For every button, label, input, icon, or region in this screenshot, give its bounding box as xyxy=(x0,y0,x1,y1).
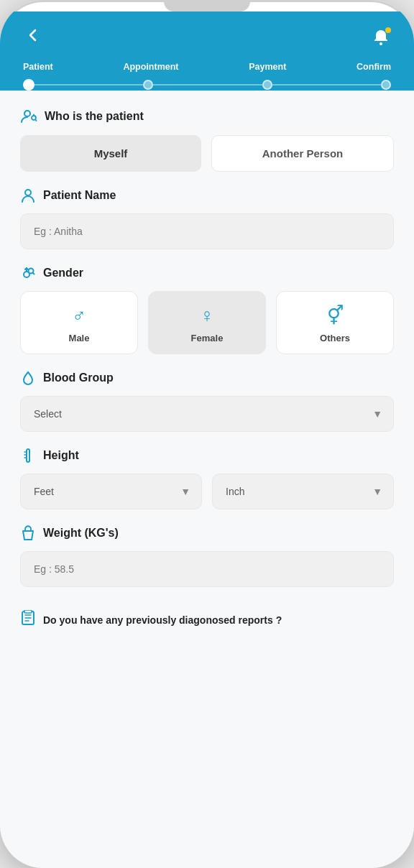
who-is-patient-title: Who is the patient xyxy=(45,110,144,123)
others-label: Others xyxy=(320,333,350,343)
steps-bar: Patient Appointment Payment Confirm xyxy=(20,62,394,91)
header: Patient Appointment Payment Confirm xyxy=(0,11,414,91)
diagnosis-question: Do you have any previously diagonosed re… xyxy=(43,614,282,626)
blood-group-select[interactable]: Select A+ A- B+ B- AB+ AB- O+ O- xyxy=(20,396,394,432)
step-confirm-label: Confirm xyxy=(356,62,391,72)
blood-group-section: Blood Group Select A+ A- B+ B- AB+ AB- O… xyxy=(20,370,394,432)
feet-select-wrapper: Feet 4567 ▼ xyxy=(20,474,202,509)
step-dot-1 xyxy=(23,79,34,91)
svg-point-5 xyxy=(25,190,31,195)
height-section: Height Feet 4567 ▼ Inch 0123 4567 891011 xyxy=(20,448,394,509)
steps-labels: Patient Appointment Payment Confirm xyxy=(23,62,391,76)
svg-point-0 xyxy=(380,42,382,45)
phone-notch xyxy=(164,0,250,11)
who-is-patient-section: Who is the patient Myself Another Person xyxy=(20,108,394,172)
gender-title-row: Gender xyxy=(20,265,394,281)
blood-drop-icon xyxy=(20,370,36,386)
gender-options: ♂ Male ♀ Female ⚥ Others xyxy=(20,291,394,354)
gender-female-button[interactable]: ♀ Female xyxy=(148,291,266,354)
svg-rect-18 xyxy=(24,610,32,613)
blood-group-select-wrapper: Select A+ A- B+ B- AB+ AB- O+ O- ▼ xyxy=(20,396,394,432)
bell-notification-dot xyxy=(385,27,391,33)
patient-options: Myself Another Person xyxy=(20,135,394,172)
weight-title: Weight (KG's) xyxy=(43,527,119,540)
patient-name-input[interactable] xyxy=(20,213,394,249)
step-dot-2 xyxy=(143,80,153,90)
phone-frame: Patient Appointment Payment Confirm xyxy=(0,0,414,868)
step-line-3 xyxy=(272,84,381,86)
patient-name-title: Patient Name xyxy=(43,189,116,202)
weight-section: Weight (KG's) xyxy=(20,525,394,587)
blood-group-title: Blood Group xyxy=(43,371,114,384)
svg-rect-10 xyxy=(27,449,29,462)
back-arrow-icon xyxy=(25,27,41,47)
svg-line-4 xyxy=(36,120,37,121)
svg-line-9 xyxy=(33,273,34,274)
steps-dots xyxy=(23,79,391,91)
gender-others-button[interactable]: ⚥ Others xyxy=(276,291,394,354)
patient-icon xyxy=(20,108,37,125)
back-button[interactable] xyxy=(20,24,46,50)
gender-icon xyxy=(20,265,36,281)
weight-input[interactable] xyxy=(20,551,394,587)
height-inputs-row: Feet 4567 ▼ Inch 0123 4567 891011 ▼ xyxy=(20,474,394,509)
myself-button[interactable]: Myself xyxy=(20,135,201,172)
others-icon: ⚥ xyxy=(327,305,344,327)
height-title-row: Height xyxy=(20,448,394,463)
step-line-1 xyxy=(34,84,143,86)
weight-icon xyxy=(20,525,36,541)
feet-select[interactable]: Feet 4567 xyxy=(20,474,202,509)
step-dot-4 xyxy=(381,80,391,90)
svg-point-1 xyxy=(24,111,30,116)
female-icon: ♀ xyxy=(200,305,214,327)
bell-button[interactable] xyxy=(368,24,394,50)
male-icon: ♂ xyxy=(72,305,86,327)
female-label: Female xyxy=(191,333,224,343)
step-patient-label: Patient xyxy=(23,62,53,72)
another-person-button[interactable]: Another Person xyxy=(211,135,394,172)
person-icon xyxy=(20,188,36,203)
male-label: Male xyxy=(69,333,90,343)
inch-select-wrapper: Inch 0123 4567 891011 ▼ xyxy=(212,474,394,509)
inch-select[interactable]: Inch 0123 4567 891011 xyxy=(212,474,394,509)
content-area: Who is the patient Myself Another Person… xyxy=(0,91,414,868)
height-title: Height xyxy=(43,449,79,462)
gender-male-button[interactable]: ♂ Male xyxy=(20,291,138,354)
who-is-patient-title-row: Who is the patient xyxy=(20,108,394,125)
step-dot-3 xyxy=(262,80,272,90)
blood-group-title-row: Blood Group xyxy=(20,370,394,386)
diagnosis-icon xyxy=(20,610,36,629)
step-line-2 xyxy=(153,84,262,86)
patient-name-section: Patient Name xyxy=(20,188,394,249)
step-appointment-label: Appointment xyxy=(123,62,178,72)
gender-title: Gender xyxy=(43,267,83,280)
weight-title-row: Weight (KG's) xyxy=(20,525,394,541)
step-payment-label: Payment xyxy=(249,62,286,72)
diagnosis-row: Do you have any previously diagonosed re… xyxy=(20,603,394,637)
patient-name-title-row: Patient Name xyxy=(20,188,394,203)
height-icon xyxy=(20,448,36,463)
gender-section: Gender ♂ Male ♀ Female ⚥ Others xyxy=(20,265,394,354)
